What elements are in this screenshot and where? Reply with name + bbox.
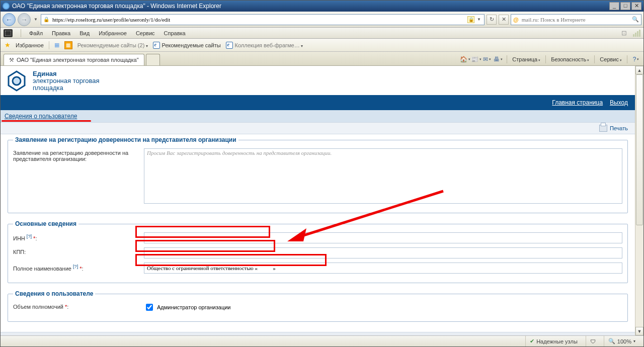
zoom-control[interactable]: 🔍 100% ▾	[604, 336, 639, 346]
ie-page-icon	[153, 42, 160, 49]
menu-edit[interactable]: Правка	[48, 29, 74, 37]
mail-button[interactable]: ✉	[482, 55, 492, 64]
breadcrumb-link[interactable]: Сведения о пользователе	[5, 113, 77, 120]
annotation-underline	[2, 120, 91, 122]
link-home[interactable]: Главная страница	[552, 99, 603, 106]
search-input[interactable]	[521, 16, 630, 23]
tab-active[interactable]: ⚒ ОАО "Единая электронная торговая площа…	[4, 54, 144, 65]
input-fullname[interactable]	[144, 263, 622, 274]
separator	[21, 29, 21, 37]
textarea-application[interactable]	[144, 148, 622, 204]
tab-row: ⚒ ОАО "Единая электронная торговая площа…	[1, 52, 643, 66]
zone-shield-icon: ✔	[530, 338, 534, 344]
help-button[interactable]: ?	[631, 55, 640, 64]
tab-title: ОАО "Единая электронная торговая площадк…	[17, 57, 139, 63]
address-bar[interactable]: 🔒 🔒 ▼	[41, 14, 485, 25]
scroll-up-button[interactable]: ▲	[635, 66, 643, 74]
label-kpp: КПП:	[13, 247, 144, 255]
feeds-button[interactable]: 📰	[471, 55, 480, 64]
fav-tile-icon[interactable]: ▦	[64, 41, 72, 49]
brand-l3: площадка	[33, 84, 63, 92]
favorites-label[interactable]: Избранное	[16, 42, 44, 48]
home-button[interactable]: 🏠	[460, 55, 469, 64]
forward-button[interactable]: →	[18, 13, 31, 26]
nav-bar: ← → ▼ 🔒 🔒 ▼ ↻ ✕ @ 🔍	[1, 12, 643, 28]
status-zone: Надежные узлы	[536, 338, 578, 344]
search-bar[interactable]: @ 🔍	[511, 14, 641, 25]
print-button[interactable]: 🖶	[494, 55, 503, 64]
search-provider-icon: @	[513, 17, 519, 23]
label-application: Заявление на регистрацию доверенности на…	[13, 148, 144, 162]
brand-l2: электронная торговая	[33, 77, 100, 84]
input-inn[interactable]	[144, 232, 622, 243]
menu-tools[interactable]: Сервис	[132, 29, 159, 37]
new-tab-button[interactable]	[146, 54, 160, 65]
menu-view[interactable]: Вид	[75, 29, 94, 37]
page-body: Единая электронная торговая площадка Гла…	[1, 66, 635, 335]
checkbox-admin[interactable]	[146, 304, 153, 311]
history-dropdown[interactable]: ▼	[33, 14, 39, 25]
top-nav-band: Главная страница Выход	[1, 95, 635, 110]
footer-server-time: Время сервера: 01 Июль 08:47	[557, 334, 635, 336]
vertical-scrollbar[interactable]: ▲ ▼	[635, 66, 643, 335]
svg-point-0	[13, 77, 21, 85]
fieldset-user: Сведения о пользователе Объем полномочий…	[8, 290, 628, 322]
footer-local-time: Местное время: 01 Июль 08:47	[473, 334, 553, 336]
fav-grid-icon[interactable]: ▦	[54, 42, 59, 48]
back-button[interactable]: ←	[3, 13, 16, 26]
safety-menu[interactable]: Безопасность	[550, 56, 590, 62]
addon-icon[interactable]	[4, 29, 13, 37]
star-icon[interactable]: ★	[5, 41, 11, 49]
search-go-icon[interactable]: 🔍	[632, 16, 639, 23]
lock-icon: 🔒	[43, 17, 49, 22]
window-titlebar: ОАО "Единая электронная торговая площадк…	[1, 1, 643, 12]
site-header: Единая электронная торговая площадка	[1, 66, 635, 95]
link-exit[interactable]: Выход	[610, 99, 628, 106]
print-link[interactable]: Печать	[610, 125, 628, 131]
print-row: Печать	[1, 122, 635, 134]
menu-help[interactable]: Справка	[160, 29, 190, 37]
zoom-icon: 🔍	[608, 338, 615, 344]
legend-application: Заявление на регистрацию доверенности на…	[13, 136, 238, 143]
cert-badge-icon[interactable]: 🔒	[467, 16, 474, 23]
fav-webslice[interactable]: Коллекция веб-фрагме…	[235, 42, 300, 48]
service-menu[interactable]: Сервис	[599, 56, 623, 62]
label-fullname: Полное наименование [?] *:	[13, 263, 144, 272]
site-brand: Единая электронная торговая площадка	[33, 70, 100, 92]
stop-button[interactable]: ✕	[499, 15, 509, 25]
breadcrumb-band: Сведения о пользователе	[1, 110, 635, 122]
legend-main: Основные сведения	[13, 220, 78, 227]
print-icon[interactable]	[599, 125, 607, 132]
fieldset-main: Основные сведения ИНН [?] *: КПП: Полное…	[8, 220, 628, 283]
input-kpp[interactable]	[144, 247, 622, 258]
scroll-down-button[interactable]: ▼	[635, 327, 643, 335]
status-protected-mode-icon: 🛡	[586, 336, 600, 346]
page-menu[interactable]: Страница	[511, 56, 541, 62]
window-buttons[interactable]: _□✕	[608, 2, 641, 10]
label-scope: Объем полномочий *:	[13, 302, 144, 310]
url-input[interactable]	[51, 16, 465, 23]
menu-favorites[interactable]: Избранное	[95, 29, 131, 37]
checkbox-admin-label: Администратор организации	[157, 304, 231, 310]
restore-icon[interactable]: ⊡	[621, 29, 627, 37]
scroll-thumb[interactable]	[636, 74, 643, 225]
footer-copyright: © ОАО "Единая электронная торговая площа…	[1, 334, 126, 336]
label-inn: ИНН [?] *:	[13, 232, 144, 241]
fieldset-application: Заявление на регистрацию доверенности на…	[8, 136, 628, 213]
refresh-button[interactable]: ↻	[487, 15, 497, 25]
command-bar: 🏠 📰 ✉ 🖶 Страница Безопасность Сервис ?	[460, 55, 640, 65]
url-dropdown[interactable]: ▼	[476, 14, 482, 25]
legend-user: Сведения о пользователе	[13, 290, 95, 297]
brand-l1: Единая	[33, 70, 57, 77]
fav-recommended[interactable]: Рекомендуемые сайты	[162, 42, 221, 48]
site-logo	[6, 70, 28, 92]
status-bar: ✔Надежные узлы 🛡 🔍 100% ▾	[1, 335, 643, 346]
window-title: ОАО "Единая электронная торговая площадк…	[12, 3, 221, 10]
menu-bar: Файл Правка Вид Избранное Сервис Справка…	[1, 28, 643, 39]
site-icon: ⚒	[9, 57, 14, 63]
menu-file[interactable]: Файл	[25, 29, 47, 37]
signal-icon	[633, 30, 640, 37]
status-zoom: 100%	[617, 338, 631, 344]
fav-recommended-drop[interactable]: Рекомендуемые сайты (2)	[77, 42, 148, 48]
favorites-bar: ★ Избранное ▦ ▦ Рекомендуемые сайты (2) …	[1, 39, 643, 52]
